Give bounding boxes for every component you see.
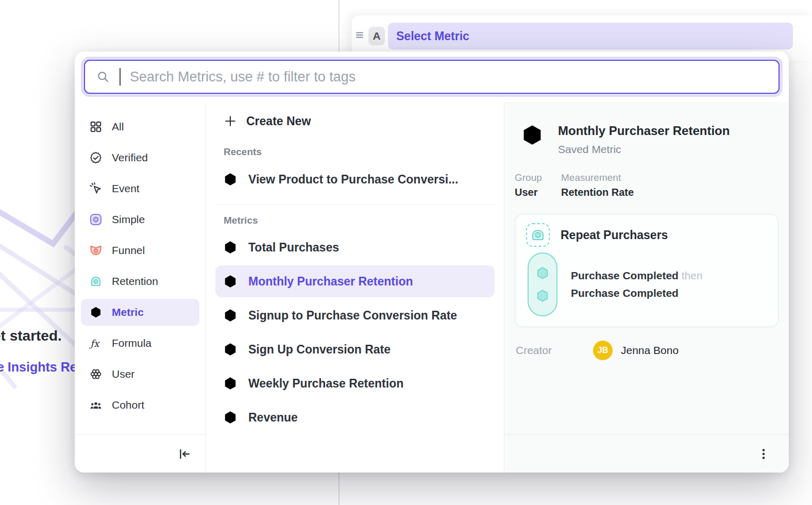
metric-item-label: Weekly Purchase Retention [248, 377, 403, 391]
saved-metric-hexagon-icon [520, 123, 545, 147]
kebab-menu-icon [757, 447, 770, 461]
sidebar-item-verified[interactable]: Verified [81, 144, 199, 171]
step-then-label: then [682, 270, 703, 281]
metric-item-label: Sign Up Conversion Rate [248, 343, 391, 357]
sidebar-item-label: Cohort [112, 399, 144, 411]
user-cluster-icon [89, 367, 103, 381]
search-focus-ring [81, 57, 783, 97]
search-input[interactable] [130, 69, 767, 85]
metric-item-total-purchases[interactable]: Total Purchases [215, 231, 495, 263]
sidebar-item-simple[interactable]: Simple [81, 206, 199, 233]
sidebar-item-user[interactable]: User [81, 361, 199, 388]
recent-item[interactable]: View Product to Purchase Conversi... [215, 164, 495, 195]
metric-item-revenue[interactable]: Revenue [215, 401, 495, 433]
sidebar-item-label: Formula [112, 337, 151, 349]
sidebar-item-label: All [112, 121, 124, 133]
sidebar-item-label: Verified [112, 152, 148, 164]
metric-item-weekly-purchase-retention[interactable]: Weekly Purchase Retention [215, 367, 495, 399]
sidebar-item-all[interactable]: All [81, 113, 199, 140]
sidebar-item-formula[interactable]: ƒx Formula [81, 330, 199, 357]
metric-item-signup-to-purchase-conversion-rate[interactable]: Signup to Purchase Conversion Rate [215, 299, 495, 331]
step-hexagon-icon [535, 265, 550, 281]
sidebar-item-funnel[interactable]: Funnel [81, 237, 199, 264]
metric-item-sign-up-conversion-rate[interactable]: Sign Up Conversion Rate [215, 333, 495, 365]
sidebar-item-retention[interactable]: Retention [81, 268, 199, 295]
metrics-heading: Metrics [224, 215, 495, 226]
metric-item-label: Total Purchases [248, 241, 339, 255]
recent-item-label: View Product to Purchase Conversi... [248, 173, 458, 187]
metric-item-label: Signup to Purchase Conversion Rate [248, 309, 457, 323]
sidebar-footer [75, 434, 206, 473]
metric-picker-modal: All Verified Event Simple Funnel [75, 52, 789, 473]
funnel-icon [89, 244, 103, 257]
metric-hexagon-icon [223, 410, 238, 425]
cursor-sparkle-icon [89, 182, 103, 195]
simple-metric-icon [89, 213, 103, 226]
collapse-icon [178, 447, 191, 461]
list-divider [215, 204, 495, 205]
creator-row: Creator JB Jenna Bono [515, 341, 779, 360]
search-field[interactable] [84, 60, 780, 94]
repeat-purchasers-card: Repeat Purchasers Purchase Completed the… [515, 214, 779, 327]
sidebar-item-label: Simple [112, 213, 145, 226]
creator-avatar: JB [593, 341, 613, 360]
text-cursor [120, 68, 121, 86]
detail-header: Monthly Purchaser Retention Saved Metric [515, 123, 779, 156]
metric-detail-panel: Monthly Purchaser Retention Saved Metric… [504, 102, 789, 473]
repeat-purchasers-icon [526, 223, 550, 247]
verified-badge-icon [89, 151, 103, 164]
block-a-badge: A [368, 27, 385, 45]
step-1: Purchase Completed then [571, 270, 703, 282]
metric-item-label: Revenue [248, 411, 298, 425]
recents-heading: Recents [224, 146, 495, 158]
svg-text:ƒx: ƒx [89, 338, 100, 349]
detail-title: Monthly Purchaser Retention [558, 123, 730, 139]
sidebar-item-metric[interactable]: Metric [81, 299, 199, 326]
metric-hexagon-icon [223, 240, 238, 255]
metric-hexagon-icon [223, 376, 238, 391]
select-metric-label: Select Metric [396, 29, 469, 43]
measurement-label: Measurement [561, 172, 634, 183]
grid-icon [89, 120, 103, 133]
plus-icon [224, 114, 237, 128]
sidebar-item-label: User [112, 368, 134, 380]
metric-item-label: Monthly Purchaser Retention [248, 275, 413, 289]
retention-icon [89, 275, 103, 288]
select-metric-pill[interactable]: Select Metric [388, 23, 793, 49]
cohort-people-icon [89, 398, 103, 412]
create-new-button[interactable]: Create New [215, 109, 495, 133]
creator-name: Jenna Bono [621, 344, 679, 357]
insights-report-link[interactable]: e Insights Re [0, 360, 77, 375]
create-new-label: Create New [246, 114, 311, 128]
step-2: Purchase Completed [571, 287, 703, 299]
sidebar-item-label: Event [112, 182, 140, 195]
screen: et started. e Insights Re A Select Metri… [0, 0, 812, 505]
creator-label: Creator [516, 344, 593, 357]
detail-meta: Group User Measurement Retention Rate [515, 172, 779, 198]
repeat-purchasers-title: Repeat Purchasers [561, 228, 668, 242]
more-options-button[interactable] [754, 444, 773, 464]
search-icon [96, 70, 110, 84]
group-value: User [515, 187, 548, 198]
sidebar-item-label: Retention [112, 275, 158, 288]
formula-fx-icon: ƒx [89, 336, 103, 350]
step-hexagon-icon [535, 288, 550, 304]
measurement-value: Retention Rate [561, 187, 634, 198]
metric-hexagon-icon [223, 342, 238, 357]
filter-sidebar: All Verified Event Simple Funnel [75, 102, 206, 473]
metric-hexagon-icon [89, 306, 103, 319]
collapse-sidebar-button[interactable] [178, 447, 191, 461]
detail-footer [504, 434, 789, 473]
funnel-steps-capsule [528, 252, 557, 316]
sidebar-item-label: Funnel [112, 244, 145, 257]
metric-item-monthly-purchaser-retention[interactable]: Monthly Purchaser Retention [215, 265, 495, 297]
get-started-text: et started. [0, 328, 62, 344]
sidebar-item-label: Metric [112, 306, 144, 318]
sidebar-item-cohort[interactable]: Cohort [81, 392, 199, 418]
metric-hexagon-icon [223, 274, 238, 289]
detail-subtitle: Saved Metric [558, 143, 730, 156]
metric-list-panel: Create New Recents View Product to Purch… [206, 102, 504, 473]
metric-hexagon-icon [223, 308, 238, 323]
drag-handle-icon[interactable] [355, 30, 364, 40]
sidebar-item-event[interactable]: Event [81, 175, 199, 202]
